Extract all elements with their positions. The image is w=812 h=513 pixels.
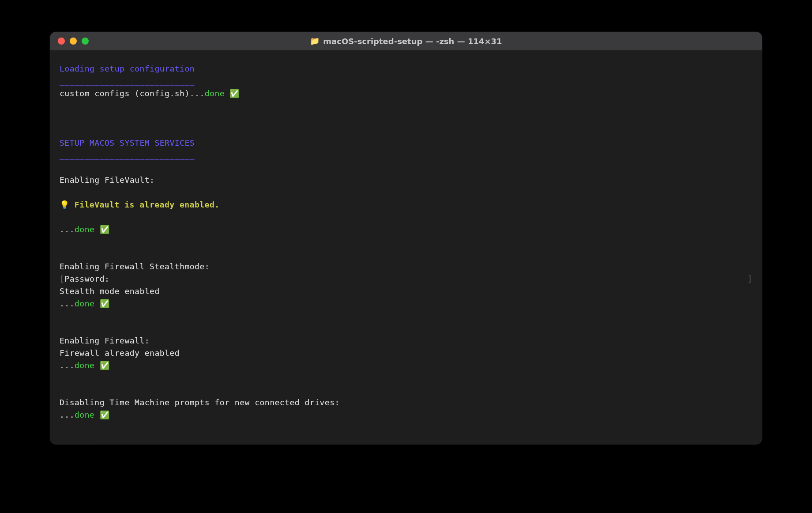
stealth-enabled-text: Stealth mode enabled [60, 287, 160, 296]
timemachine-title: Disabling Time Machine prompts for new c… [60, 398, 340, 407]
zoom-button[interactable] [82, 38, 89, 45]
firewall-status: Firewall already enabled [60, 348, 180, 358]
check-icon: ✅ [94, 225, 109, 234]
section-underline: ___________________________ [60, 76, 195, 86]
done-text: done [205, 89, 225, 98]
section-underline: ___________________________ [60, 151, 195, 160]
firewall-title: Enabling Firewall: [60, 336, 150, 345]
titlebar[interactable]: 📁 macOS-scripted-setup — -zsh — 114×31 [50, 32, 762, 50]
window-title-text: macOS-scripted-setup — -zsh — 114×31 [323, 37, 502, 46]
folder-icon: 📁 [310, 37, 320, 45]
section-header: Loading setup configuration [60, 64, 195, 73]
check-icon: ✅ [94, 361, 109, 370]
dots: ... [60, 361, 75, 370]
traffic-lights [58, 38, 89, 45]
dots: ... [60, 225, 75, 234]
password-prompt-row: [Password:] [60, 273, 752, 285]
config-line-text: custom configs (config.sh)... [60, 89, 205, 98]
check-icon: ✅ [94, 410, 109, 419]
dots: ... [60, 299, 75, 308]
done-text: done [75, 410, 94, 419]
filevault-title: Enabling FileVault: [60, 175, 154, 185]
section-header: SETUP MACOS SYSTEM SERVICES [60, 138, 195, 147]
bracket-open: [ [60, 274, 64, 283]
filevault-status: FileVault is already enabled. [75, 200, 220, 209]
done-text: done [75, 299, 94, 308]
password-label: Password: [64, 274, 109, 283]
done-text: done [75, 361, 94, 370]
terminal-body[interactable]: Loading setup configuration ____________… [50, 50, 762, 445]
dots: ... [60, 410, 75, 419]
check-icon: ✅ [94, 299, 109, 308]
bracket-close: ] [748, 273, 752, 285]
minimize-button[interactable] [70, 38, 77, 45]
window-title: 📁 macOS-scripted-setup — -zsh — 114×31 [50, 37, 762, 46]
close-button[interactable] [58, 38, 65, 45]
stealth-title: Enabling Firewall Stealthmode: [60, 262, 210, 271]
check-icon: ✅ [225, 89, 240, 98]
terminal-window: 📁 macOS-scripted-setup — -zsh — 114×31 L… [50, 32, 762, 445]
done-text: done [75, 225, 94, 234]
bulb-icon: 💡 [60, 200, 75, 209]
